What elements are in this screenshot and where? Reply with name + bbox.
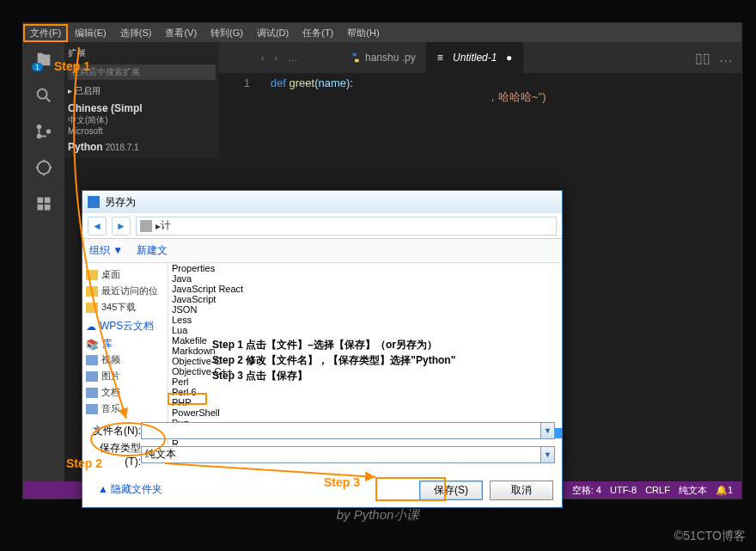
extension-search-input[interactable]: 在商店中搜索扩展	[68, 64, 216, 80]
tab-prev-icon[interactable]: ‹	[261, 52, 265, 63]
status-spaces[interactable]: 空格: 4	[572, 484, 601, 497]
savetype-select[interactable]: 纯文本	[141, 446, 541, 463]
tab-untitled[interactable]: ≡ Untitled-1 ●	[427, 42, 524, 73]
fav-desktop[interactable]: 桌面	[86, 266, 164, 283]
lang-option-powershell[interactable]: PowerShell	[168, 407, 562, 418]
lang-option-perl-6[interactable]: Perl 6	[168, 387, 562, 397]
favorites-pane: 桌面 最近访问的位 345下载 ☁ WPS云文档 📚 库 视频 图片 文档 音乐	[82, 263, 168, 445]
search-icon[interactable]	[34, 85, 54, 106]
svg-rect-8	[45, 205, 51, 211]
debug-icon[interactable]	[34, 157, 54, 178]
svg-rect-6	[45, 198, 51, 204]
lang-option-javascript-react[interactable]: JavaScript React	[168, 284, 562, 294]
svg-point-3	[46, 129, 52, 134]
lang-option-lua[interactable]: Lua	[168, 325, 562, 335]
activity-bar: 1	[23, 42, 64, 481]
extensions-sidebar: 扩展 在商店中搜索扩展 ▸ 已启用 Chinese (Simpl 中文(简体) …	[64, 42, 219, 158]
enabled-section: ▸ 已启用	[68, 85, 216, 97]
savetype-label: 保存类型(T):	[89, 441, 141, 468]
menu-help[interactable]: 帮助(H)	[340, 24, 386, 42]
extensions-icon[interactable]	[34, 193, 54, 214]
dialog-titlebar: 另存为	[82, 191, 562, 213]
lang-option-javascript[interactable]: JavaScript	[168, 294, 562, 304]
status-eol[interactable]: CRLF	[645, 485, 670, 495]
nav-fwd-icon[interactable]: ►	[112, 217, 131, 236]
menu-file[interactable]: 文件(F)	[23, 24, 68, 42]
editor-tabs: ‹ › … hanshu .py ≡ Untitled-1 ● ▯▯ …	[219, 42, 741, 73]
lang-option-properties[interactable]: Properties	[168, 263, 562, 273]
tab-hanshu[interactable]: hanshu .py	[339, 42, 427, 73]
lib-video[interactable]: 视频	[86, 352, 164, 368]
extension-item[interactable]: Python 2018.7.1	[68, 141, 216, 153]
explorer-icon[interactable]: 1	[34, 49, 54, 70]
savetype-dropdown-icon[interactable]: ▼	[541, 446, 555, 463]
filename-label: 文件名(N):	[89, 424, 141, 438]
cancel-button[interactable]: 取消	[490, 481, 553, 500]
hide-folders-link[interactable]: ▲ 隐藏文件夹	[98, 482, 162, 497]
lib-documents[interactable]: 文档	[86, 384, 164, 401]
computer-icon	[140, 220, 152, 232]
sidebar-title: 扩展	[68, 47, 216, 59]
lang-option-java[interactable]: Java	[168, 273, 562, 284]
fav-download[interactable]: 345下载	[86, 299, 164, 315]
organize-button[interactable]: 组织 ▼	[89, 243, 123, 258]
status-bell[interactable]: 🔔1	[716, 485, 733, 496]
save-button[interactable]: 保存(S)	[419, 481, 483, 500]
lang-option-less[interactable]: Less	[168, 315, 562, 325]
new-folder-button[interactable]: 新建文	[137, 243, 168, 258]
nav-back-icon[interactable]: ◄	[88, 217, 107, 236]
filename-dropdown-icon[interactable]: ▼	[541, 422, 555, 439]
split-editor-icon[interactable]: ▯▯	[695, 50, 710, 66]
vscode-icon	[88, 196, 100, 208]
svg-point-0	[38, 89, 47, 99]
filename-input[interactable]	[141, 422, 541, 439]
svg-point-2	[37, 134, 42, 139]
credit-text: by Python小课	[0, 507, 756, 523]
scm-icon[interactable]	[34, 121, 54, 142]
tab-next-icon[interactable]: ›	[275, 52, 278, 63]
menu-tasks[interactable]: 任务(T)	[296, 24, 340, 42]
python-file-icon	[350, 52, 362, 64]
lib-music[interactable]: 音乐	[86, 401, 164, 417]
svg-point-1	[37, 125, 42, 130]
menu-view[interactable]: 查看(V)	[158, 24, 204, 42]
menu-bar: 文件(F) 编辑(E) 选择(S) 查看(V) 转到(G) 调试(D) 任务(T…	[23, 23, 741, 42]
instructions-text: Step 1 点击【文件】–选择【保存】（or另存为） Step 2 修改【文件…	[212, 337, 455, 383]
more-icon[interactable]: …	[719, 50, 733, 65]
fav-recent[interactable]: 最近访问的位	[86, 283, 164, 299]
extension-item[interactable]: Chinese (Simpl 中文(简体) Microsoft	[68, 102, 216, 136]
status-encoding[interactable]: UTF-8	[610, 485, 637, 495]
watermark: ©51CTO博客	[674, 529, 746, 544]
lang-option-json[interactable]: JSON	[168, 304, 562, 315]
wps-cloud[interactable]: ☁ WPS云文档	[86, 319, 164, 334]
code-editor[interactable]: 1 def greet(name): ，哈哈哈~")	[219, 73, 741, 108]
menu-select[interactable]: 选择(S)	[113, 24, 159, 42]
menu-goto[interactable]: 转到(G)	[204, 24, 250, 42]
svg-point-4	[38, 162, 51, 174]
svg-rect-5	[38, 198, 44, 204]
menu-edit[interactable]: 编辑(E)	[68, 24, 113, 42]
address-bar[interactable]: ▸ 计	[136, 217, 557, 236]
status-language[interactable]: 纯文本	[679, 484, 707, 497]
libraries[interactable]: 📚 库	[86, 337, 164, 352]
svg-rect-7	[38, 205, 44, 211]
menu-debug[interactable]: 调试(D)	[250, 24, 296, 42]
lib-pictures[interactable]: 图片	[86, 368, 164, 384]
lang-option-php[interactable]: PHP	[168, 397, 562, 407]
